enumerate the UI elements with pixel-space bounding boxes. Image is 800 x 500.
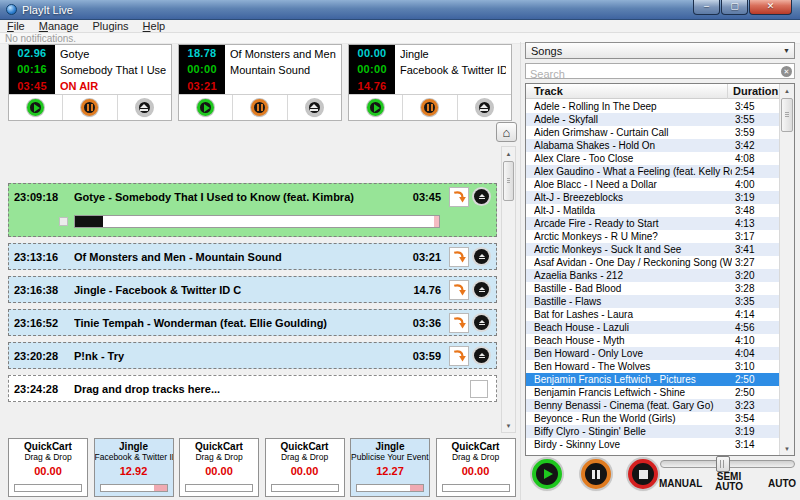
track-row[interactable]: Adele - Rolling In The Deep3:45: [526, 100, 779, 113]
quickcart-title: QuickCart: [180, 441, 258, 452]
track-list-scroll-thumb[interactable]: [781, 98, 793, 132]
track-row[interactable]: Bastille - Flaws3:35: [526, 295, 779, 308]
track-row[interactable]: Asaf Avidan - One Day / Reckoning Song (…: [526, 256, 779, 269]
close-button[interactable]: ✕: [749, 0, 792, 15]
quickcart-6[interactable]: QuickCartDrag & Drop00.00: [436, 438, 516, 497]
track-row[interactable]: Beach House - Myth4:10: [526, 334, 779, 347]
deck-length-time: 03:45: [9, 78, 55, 94]
track-row[interactable]: Ben Howard - The Wolves3:10: [526, 360, 779, 373]
clear-search-icon[interactable]: ✕: [781, 66, 792, 77]
cue-checkbox[interactable]: [59, 217, 68, 226]
quickcart-5[interactable]: JinglePublicise Your Event ID12.27: [350, 438, 430, 497]
track-row[interactable]: Arcade Fire - Ready to Start4:13: [526, 217, 779, 230]
track-row[interactable]: Adele - Skyfall3:55: [526, 113, 779, 126]
transport-stop-button[interactable]: [628, 459, 658, 489]
column-header-duration[interactable]: Duration: [727, 84, 778, 99]
track-row[interactable]: Ben Howard - Only Love4:04: [526, 347, 779, 360]
scroll-down-icon[interactable]: ▼: [502, 419, 515, 432]
track-row[interactable]: Arctic Monkeys - Suck It and See3:41: [526, 243, 779, 256]
deck-pause-button[interactable]: [421, 99, 438, 116]
playlist-eject-button[interactable]: [474, 249, 489, 264]
playlist-row[interactable]: 23:13:16Of Monsters and Men - Mountain S…: [8, 243, 497, 270]
transport-play-button[interactable]: [532, 459, 562, 489]
quickcart-3[interactable]: QuickCartDrag & Drop00.00: [179, 438, 259, 497]
deck-track-line2: Facebook & Twitter ID C: [400, 62, 506, 78]
track-list-scrollbar[interactable]: ▲ ▼: [779, 84, 794, 455]
track-list: Track Duration Adele - Rolling In The De…: [525, 83, 795, 456]
playlist-drop-zone[interactable]: 23:24:28 Drag and drop tracks here...: [8, 375, 497, 402]
menu-plugins[interactable]: Plugins: [86, 20, 136, 33]
track-row[interactable]: Benjamin Francis Leftwich - Pictures2:50: [526, 373, 779, 386]
playlist-row-title: P!nk - Try: [74, 350, 409, 362]
track-row[interactable]: Benjamin Francis Leftwich - Shine2:50: [526, 386, 779, 399]
playlist-row[interactable]: 23:16:52Tinie Tempah - Wonderman (feat. …: [8, 309, 497, 336]
playlist-row-duration: 03:21: [413, 251, 441, 263]
playlist-row[interactable]: 23:09:18Gotye - Somebody That I Used to …: [8, 183, 497, 237]
playlist-row[interactable]: 23:16:38Jingle - Facebook & Twitter ID C…: [8, 276, 497, 303]
deck-play-button[interactable]: [197, 99, 214, 116]
segue-arrow-icon[interactable]: [449, 313, 469, 333]
track-row[interactable]: Alt-J - Matilda3:48: [526, 204, 779, 217]
playlist-row[interactable]: 23:20:28P!nk - Try03:59: [8, 342, 497, 369]
chevron-down-icon: ▼: [783, 47, 790, 54]
search-input[interactable]: [526, 67, 794, 81]
track-row[interactable]: Benny Benassi - Cinema (feat. Gary Go)3:…: [526, 399, 779, 412]
mode-label-auto[interactable]: AUTO: [768, 478, 796, 489]
track-row[interactable]: Birdy - Skinny Love3:14: [526, 438, 779, 451]
quickcart-1[interactable]: QuickCartDrag & Drop00.00: [8, 438, 88, 497]
track-row[interactable]: Beyonce - Run the World (Girls)3:54: [526, 412, 779, 425]
track-row[interactable]: Alabama Shakes - Hold On3:42: [526, 139, 779, 152]
deck-play-button[interactable]: [27, 99, 44, 116]
deck-eject-button[interactable]: [136, 99, 153, 116]
segue-arrow-icon[interactable]: [449, 247, 469, 267]
menu-file[interactable]: File: [0, 20, 32, 33]
track-row[interactable]: Azaelia Banks - 2123:20: [526, 269, 779, 282]
track-title: Ben Howard - The Wolves: [534, 361, 732, 372]
quickcart-4[interactable]: QuickCartDrag & Drop00.00: [265, 438, 345, 497]
playlist-scrollbar[interactable]: ▲ ▼: [501, 146, 516, 433]
menu-help[interactable]: Help: [136, 20, 173, 33]
track-row[interactable]: Bastille - Bad Blood3:28: [526, 282, 779, 295]
track-row[interactable]: Alex Clare - Too Close4:08: [526, 152, 779, 165]
quickcart-2[interactable]: JingleFacebook & Twitter ID A12.92: [94, 438, 174, 497]
scroll-up-icon[interactable]: ▲: [502, 147, 515, 160]
deck-pause-button[interactable]: [81, 99, 98, 116]
playlist-eject-button[interactable]: [474, 348, 489, 363]
scroll-up-icon[interactable]: ▲: [780, 84, 794, 97]
segue-arrow-icon[interactable]: [449, 280, 469, 300]
deck-eject-button[interactable]: [306, 99, 323, 116]
playlist-scroll-thumb[interactable]: [503, 161, 514, 201]
playlist-eject-button[interactable]: [474, 315, 489, 330]
minimize-button[interactable]: –: [693, 0, 720, 15]
segue-arrow-icon[interactable]: [449, 187, 469, 207]
titlebar[interactable]: PlayIt Live – ▢ ✕: [0, 0, 800, 20]
column-header-track[interactable]: Track: [534, 85, 563, 97]
track-row[interactable]: Aiden Grimshaw - Curtain Call3:59: [526, 126, 779, 139]
menubar: FileManagePluginsHelp: [0, 20, 800, 33]
track-row[interactable]: Bat for Lashes - Laura4:14: [526, 308, 779, 321]
playlist-eject-button[interactable]: [474, 282, 489, 297]
deck-pause-button[interactable]: [251, 99, 268, 116]
track-row[interactable]: Alex Gaudino - What a Feeling (feat. Kel…: [526, 165, 779, 178]
collection-dropdown[interactable]: Songs ▼: [525, 42, 795, 59]
track-title: Arctic Monkeys - Suck It and See: [534, 244, 732, 255]
deck-eject-button[interactable]: [476, 99, 493, 116]
track-duration: 3:28: [735, 283, 779, 294]
track-row[interactable]: Beach House - Lazuli4:56: [526, 321, 779, 334]
transport-pause-button[interactable]: [581, 459, 611, 489]
track-row[interactable]: Arctic Monkeys - R U Mine?3:17: [526, 230, 779, 243]
menu-manage[interactable]: Manage: [32, 20, 86, 33]
track-row[interactable]: Biffy Clyro - Stingin' Belle3:19: [526, 425, 779, 438]
scroll-down-icon[interactable]: ▼: [780, 442, 794, 455]
mode-slider-thumb[interactable]: [716, 456, 730, 472]
playlist-eject-button[interactable]: [474, 189, 489, 204]
deck-play-button[interactable]: [367, 99, 384, 116]
maximize-button[interactable]: ▢: [721, 0, 748, 15]
track-row[interactable]: Aloe Blacc - I Need a Dollar4:00: [526, 178, 779, 191]
mode-label-semi-auto[interactable]: SEMI AUTO: [711, 472, 747, 492]
mode-label-manual[interactable]: MANUAL: [659, 478, 702, 489]
track-row[interactable]: Alt-J - Breezeblocks3:19: [526, 191, 779, 204]
segue-arrow-icon[interactable]: [449, 346, 469, 366]
deck-buttons: [349, 95, 511, 120]
home-button[interactable]: ⌂: [496, 122, 517, 142]
